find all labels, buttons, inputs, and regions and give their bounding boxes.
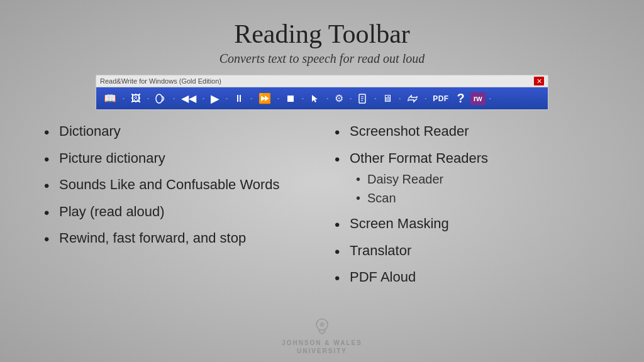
sub-list-item: Scan bbox=[350, 190, 600, 206]
list-item: Rewind, fast forward, and stop bbox=[44, 229, 309, 248]
left-column: Dictionary Picture dictionary Sounds Lik… bbox=[44, 123, 309, 295]
rewind-icon[interactable]: ◀◀ bbox=[179, 91, 199, 106]
sep13: · bbox=[424, 92, 427, 105]
sep4: · bbox=[202, 92, 205, 105]
left-bullet-list: Dictionary Picture dictionary Sounds Lik… bbox=[44, 123, 309, 248]
sep6: · bbox=[250, 92, 253, 105]
sep7: · bbox=[277, 92, 280, 105]
list-item: PDF Aloud bbox=[335, 268, 600, 287]
svg-point-6 bbox=[319, 322, 324, 327]
toolbar-window-title: Read&Write for Windows (Gold Edition) bbox=[100, 77, 221, 85]
translate-icon[interactable] bbox=[404, 93, 421, 104]
list-item: Other Format Readers Daisy Reader Scan bbox=[335, 150, 600, 207]
speech-icon[interactable] bbox=[153, 92, 169, 105]
help-icon[interactable]: ? bbox=[454, 90, 468, 107]
sep2: · bbox=[147, 92, 150, 105]
slide-title: Reading Toolbar bbox=[38, 19, 606, 49]
watermark-line1: JOHNSON & WALES bbox=[282, 339, 362, 346]
list-item: Dictionary bbox=[44, 123, 309, 141]
sep10: · bbox=[349, 92, 352, 105]
image-icon[interactable]: 🖼 bbox=[128, 92, 143, 106]
sep5: · bbox=[225, 92, 228, 105]
slide-subtitle: Converts text to speech for read out lou… bbox=[38, 52, 606, 66]
sep1: · bbox=[122, 92, 125, 105]
toolbar-body: 📖 · 🖼 · · ◀◀ · ▶ · ⏸ · ⏩ · ⏹ · bbox=[96, 87, 548, 109]
rw-badge-icon[interactable]: rw bbox=[470, 92, 486, 105]
list-item: Translator bbox=[335, 242, 600, 260]
list-item: Screen Masking bbox=[335, 215, 600, 233]
sub-bullet-list: Daisy Reader Scan bbox=[350, 171, 600, 206]
settings-icon[interactable]: ⚙ bbox=[332, 91, 346, 106]
monitor-icon[interactable]: 🖥 bbox=[380, 92, 395, 106]
book-icon[interactable]: 📖 bbox=[101, 91, 119, 106]
pdf-icon[interactable]: PDF bbox=[430, 93, 452, 104]
list-item: Sounds Like and Confusable Words bbox=[44, 176, 309, 194]
content-area: Dictionary Picture dictionary Sounds Lik… bbox=[38, 123, 606, 295]
fastforward-icon[interactable]: ⏩ bbox=[256, 91, 274, 106]
right-bullet-list: Screenshot Reader Other Format Readers D… bbox=[335, 123, 600, 287]
sep8: · bbox=[301, 92, 304, 105]
list-item: Picture dictionary bbox=[44, 150, 309, 168]
close-button[interactable]: ✕ bbox=[534, 77, 544, 85]
toolbar-window: Read&Write for Windows (Gold Edition) ✕ … bbox=[96, 75, 548, 110]
svg-point-0 bbox=[156, 94, 162, 103]
watermark: JOHNSON & WALES UNIVERSITY bbox=[282, 315, 362, 354]
list-item: Screenshot Reader bbox=[335, 123, 600, 141]
vocab-icon[interactable] bbox=[355, 92, 370, 105]
toolbar-titlebar: Read&Write for Windows (Gold Edition) ✕ bbox=[96, 75, 548, 87]
list-item: Play (read aloud) bbox=[44, 203, 309, 221]
sub-list-item: Daisy Reader bbox=[350, 171, 600, 187]
sep11: · bbox=[374, 92, 377, 105]
pause-icon[interactable]: ⏸ bbox=[231, 92, 247, 106]
sep12: · bbox=[398, 92, 401, 105]
sep9: · bbox=[326, 92, 329, 105]
slide: Reading Toolbar Converts text to speech … bbox=[0, 0, 644, 362]
sep14: · bbox=[489, 92, 492, 105]
select-icon[interactable] bbox=[308, 92, 323, 105]
sep3: · bbox=[172, 92, 175, 105]
watermark-line2: UNIVERSITY bbox=[297, 348, 347, 354]
play-icon[interactable]: ▶ bbox=[208, 90, 222, 107]
right-column: Screenshot Reader Other Format Readers D… bbox=[335, 123, 600, 295]
stop-icon[interactable]: ⏹ bbox=[283, 92, 298, 106]
